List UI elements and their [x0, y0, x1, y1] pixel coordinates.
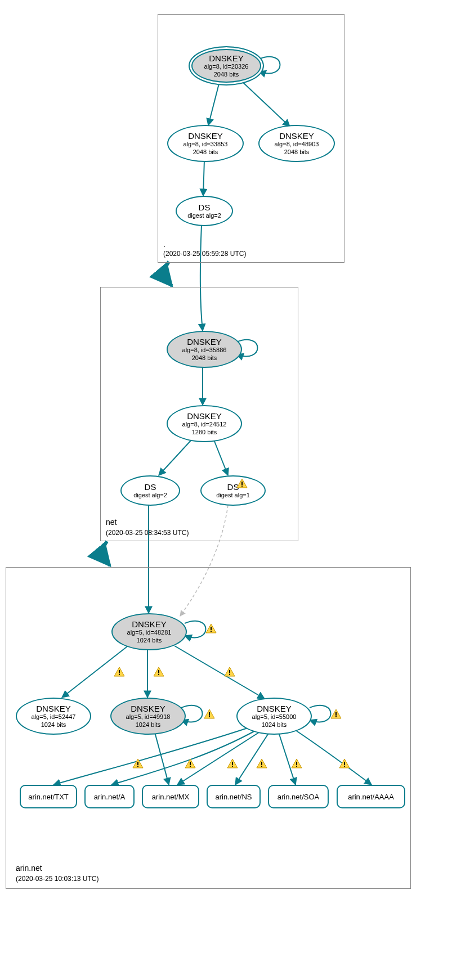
zone-arin-label: arin.net	[16, 864, 42, 873]
node-detail: 1024 bits	[137, 637, 162, 644]
rrset-a: arin.net/A	[84, 785, 135, 808]
node-detail: 2048 bits	[193, 149, 218, 156]
node-detail: 2048 bits	[214, 71, 239, 78]
dnskey-net-ksk: DNSKEY alg=8, id=35886 2048 bits	[167, 331, 242, 368]
node-detail: alg=5, id=48281	[127, 629, 172, 636]
dnskey-root-zsk1: DNSKEY alg=8, id=33853 2048 bits	[167, 125, 244, 162]
rrset-label: arin.net/NS	[215, 793, 252, 801]
node-title: DNSKEY	[187, 411, 222, 421]
zone-root-timestamp: (2020-03-25 05:59:28 UTC)	[163, 250, 246, 258]
rrset-label: arin.net/TXT	[28, 793, 69, 801]
rrset-label: arin.net/MX	[152, 793, 189, 801]
rrset-aaaa: arin.net/AAAA	[337, 785, 405, 808]
node-detail: alg=5, id=49918	[126, 713, 171, 721]
rrset-label: arin.net/A	[94, 793, 126, 801]
rrset-ns: arin.net/NS	[207, 785, 261, 808]
dnskey-arin-3: DNSKEY alg=5, id=55000 1024 bits	[236, 698, 312, 735]
rrset-label: arin.net/AAAA	[348, 793, 394, 801]
zone-net-timestamp: (2020-03-25 08:34:53 UTC)	[106, 529, 189, 537]
dnskey-arin-2: DNSKEY alg=5, id=49918 1024 bits	[110, 698, 186, 735]
diagram-canvas: . (2020-03-25 05:59:28 UTC) net (2020-03…	[0, 0, 461, 980]
dnskey-arin-1: DNSKEY alg=5, id=52447 1024 bits	[16, 698, 91, 735]
node-title: DNSKEY	[279, 131, 314, 141]
ds-net-2: DS digest alg=1	[200, 475, 266, 506]
dnskey-root-ksk: DNSKEY alg=8, id=20326 2048 bits	[189, 46, 264, 86]
node-title: DS	[145, 482, 156, 492]
node-detail: 1024 bits	[41, 721, 66, 729]
node-detail: 1280 bits	[192, 429, 217, 436]
node-detail: 2048 bits	[192, 354, 217, 362]
node-detail: alg=5, id=52447	[32, 713, 76, 721]
node-detail: digest alg=1	[216, 492, 250, 499]
node-title: DNSKEY	[209, 53, 244, 63]
node-detail: digest alg=2	[133, 492, 167, 499]
node-detail: 2048 bits	[284, 149, 310, 156]
zone-arin-timestamp: (2020-03-25 10:03:13 UTC)	[16, 875, 99, 883]
ds-root: DS digest alg=2	[176, 196, 233, 226]
node-detail: alg=8, id=33853	[183, 141, 228, 148]
node-detail: alg=8, id=35886	[182, 347, 227, 354]
dnskey-net-zsk: DNSKEY alg=8, id=24512 1280 bits	[167, 405, 242, 442]
node-detail: 1024 bits	[136, 721, 161, 729]
node-title: DS	[199, 203, 211, 212]
node-detail: digest alg=2	[187, 212, 221, 219]
node-detail: alg=8, id=48903	[275, 141, 319, 148]
node-detail: 1024 bits	[262, 721, 287, 729]
rrset-label: arin.net/SOA	[278, 793, 319, 801]
zone-net-label: net	[106, 518, 117, 527]
dnskey-arin-ksk: DNSKEY alg=5, id=48281 1024 bits	[111, 613, 187, 650]
node-title: DNSKEY	[257, 704, 292, 713]
node-title: DNSKEY	[131, 704, 165, 713]
node-title: DNSKEY	[187, 337, 222, 347]
node-title: DNSKEY	[132, 619, 167, 629]
node-title: DNSKEY	[36, 704, 71, 713]
node-detail: alg=8, id=20326	[204, 63, 249, 70]
rrset-mx: arin.net/MX	[142, 785, 199, 808]
ds-net-1: DS digest alg=2	[120, 475, 180, 506]
node-title: DS	[227, 482, 239, 492]
zone-root-label: .	[163, 240, 165, 249]
node-detail: alg=8, id=24512	[182, 421, 227, 428]
node-detail: alg=5, id=55000	[252, 713, 297, 721]
dnskey-root-zsk2: DNSKEY alg=8, id=48903 2048 bits	[258, 125, 335, 162]
node-title: DNSKEY	[188, 131, 223, 141]
rrset-txt: arin.net/TXT	[20, 785, 77, 808]
rrset-soa: arin.net/SOA	[268, 785, 329, 808]
